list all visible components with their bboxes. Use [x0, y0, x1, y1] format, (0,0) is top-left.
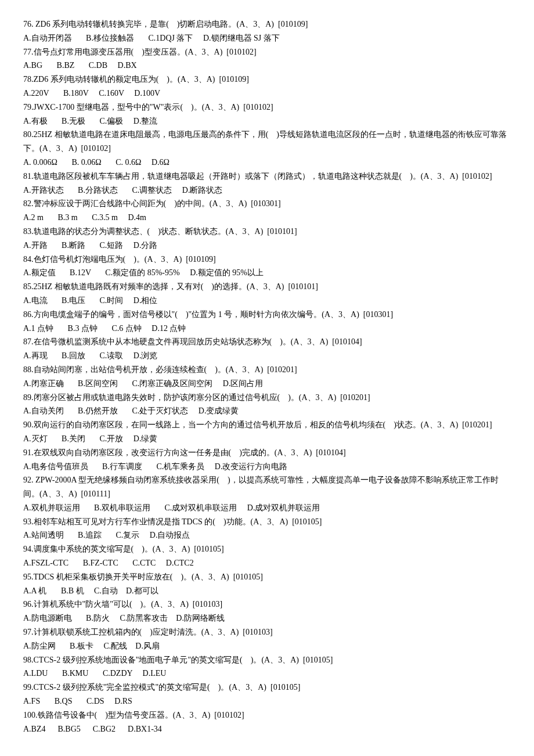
question-options: A.开路状态 B.分路状态 C.调整状态 D.断路状态 — [23, 183, 511, 197]
question-options: A.2 m B.3 m C.3.5 m D.4m — [23, 211, 511, 225]
question-text: 96.计算机系统中"防火墙"可以( )。(A、3、A) [010103] — [23, 597, 511, 611]
question-text: 86.方向电缆盒端子的编号，面对信号楼以"( )"位置为 1 号，顺时针方向依次… — [23, 308, 511, 322]
question-text: 92. ZPW-2000A 型无绝缘移频自动闭塞系统接收器采用( )，以提高系统… — [23, 473, 511, 501]
question-options: A.开路 B.断路 C.短路 D.分路 — [23, 239, 511, 253]
question-options: A.防尘网 B.板卡 C.配线 D.风扇 — [23, 639, 511, 653]
question-text: 94.调度集中系统的英文缩写是( )。(A、3、A) [010105] — [23, 542, 511, 556]
question-text: 90.双向运行的自动闭塞区段，在同一线路上，当一个方向的通过信号机开放后，相反的… — [23, 418, 511, 432]
question-options: A.电流 B.电压 C.时间 D.相位 — [23, 294, 511, 308]
question-text: 100.铁路信号设备中( )型为信号变压器。(A、3、A) [010102] — [23, 708, 511, 722]
question-text: 83.轨道电路的状态分为调整状态、( )状态、断轨状态。(A、3、A) [010… — [23, 225, 511, 239]
question-options: A.双机并联运用 B.双机串联运用 C.成对双机串联运用 D.成对双机并联运用 — [23, 501, 511, 515]
question-options: A.BG B.BZ C.DB D.BX — [23, 59, 511, 73]
question-options: A.电务信号值班员 B.行车调度 C.机车乘务员 D.改变运行方向电路 — [23, 460, 511, 474]
question-options: A.1 点钟 B.3 点钟 C.6 点钟 D.12 点钟 — [23, 322, 511, 336]
question-options: A.FS B.QS C.DS D.RS — [23, 694, 511, 708]
question-text: 99.CTCS-2 级列控系统"完全监控模式"的英文缩写是( )。(A、3、A)… — [23, 681, 511, 694]
question-options: A.再现 B.回放 C.读取 D.浏览 — [23, 349, 511, 363]
question-options: A.FSZL-CTC B.FZ-CTC C.CTC D.CTC2 — [23, 556, 511, 570]
question-options: A.自动开闭器 B.移位接触器 C.1DQJ 落下 D.锁闭继电器 SJ 落下 — [23, 31, 511, 45]
question-options: A.自动关闭 B.仍然开放 C.处于灭灯状态 D.变成绿黄 — [23, 404, 511, 418]
question-text: 84.色灯信号机灯泡端电压为( )。(A、3、A) [010109] — [23, 253, 511, 267]
question-options: A.A 机 B.B 机 C.自动 D.都可以 — [23, 584, 511, 598]
question-text: 76. ZD6 系列电动转辙机转换完毕，是靠( )切断启动电路。(A、3、A) … — [23, 17, 511, 31]
question-text: 95.TDCS 机柜采集板切换开关平时应放在( )。(A、3、A) [01010… — [23, 570, 511, 584]
question-options: A.站间透明 B.追踪 C.复示 D.自动报点 — [23, 528, 511, 542]
question-text: 87.在信号微机监测系统中从本地硬盘文件再现回放历史站场状态称为( )。(A、3… — [23, 335, 511, 349]
question-text: 81.轨道电路区段被机车车辆占用，轨道继电器吸起（开路时）或落下（闭路式），轨道… — [23, 170, 511, 183]
question-text: 85.25HZ 相敏轨道电路既有对频率的选择，又有对( )的选择。(A、3、A)… — [23, 280, 511, 294]
question-options: A. 0.006Ω B. 0.06Ω C. 0.6Ω D.6Ω — [23, 156, 511, 170]
question-text: 91.在双线双向自动闭塞区段，改变运行方向这一任务是由( )完成的。(A、3、A… — [23, 446, 511, 460]
question-text: 97.计算机联锁系统工控机箱内的( )应定时清洗。(A、3、A) [010103… — [23, 625, 511, 639]
question-text: 82.警冲标应设于两汇合线路中心间距为( )的中间。(A、3、A) [01030… — [23, 197, 511, 211]
question-text: 98.CTCS-2 级列控系统地面设备"地面电子单元"的英文缩写是( )。(A、… — [23, 653, 511, 667]
question-text: 77.信号点灯常用电源变压器用( )型变压器。(A、3、A) [010102] — [23, 45, 511, 59]
question-text: 78.ZD6 系列电动转辙机的额定电压为( )。(A、3、A) [010109] — [23, 73, 511, 87]
question-options: A.有极 B.无极 C.偏极 D.整流 — [23, 114, 511, 128]
question-text: 80.25HZ 相敏轨道电路在道床电阻最高，电源电压最高的条件下，用( )导线短… — [23, 128, 511, 156]
question-options: A.LDU B.KMU C.DZDY D.LEU — [23, 667, 511, 681]
question-text: 89.闭塞分区被占用或轨道电路失效时，防护该闭塞分区的通过信号机应( )。(A、… — [23, 391, 511, 405]
page-number: 4 — [23, 753, 511, 756]
question-options: A.额定值 B.12V C.额定值的 85%-95% D.额定值的 95%以上 — [23, 266, 511, 280]
question-options: A.防电源断电 B.防火 C.防黑客攻击 D.防网络断线 — [23, 611, 511, 625]
question-options: A.BZ4 B.BG5 C.BG2 D.BX1-34 — [23, 722, 511, 736]
question-options: A.220V B.180V C.160V D.100V — [23, 87, 511, 100]
question-text: 93.相邻车站相互可见对方行车作业情况是指 TDCS 的( )功能。(A、3、A… — [23, 515, 511, 529]
question-text: 88.自动站间闭塞，出站信号机开放，必须连续检查( )。(A、3、A) [010… — [23, 363, 511, 377]
question-options: A.闭塞正确 B.区间空闲 C.闭塞正确及区间空闲 D.区间占用 — [23, 377, 511, 391]
question-options: A.灭灯 B.关闭 C.开放 D.绿黄 — [23, 432, 511, 446]
question-text: 79.JWXC-1700 型继电器，型号中的"W"表示( )。(A、3、A) [… — [23, 100, 511, 114]
